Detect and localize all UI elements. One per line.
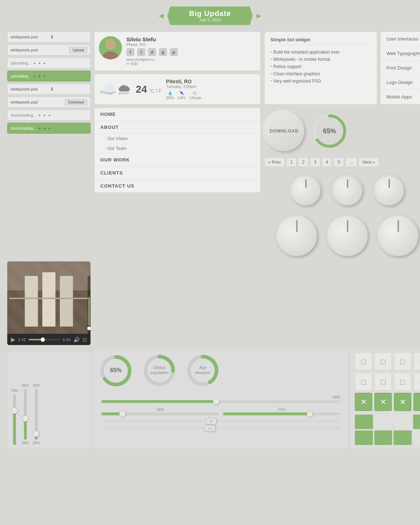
toggle-2-thumb[interactable]: [205, 425, 215, 432]
nav-home[interactable]: HOME: [94, 108, 260, 121]
page-4-button[interactable]: 4: [322, 158, 332, 167]
page-1-button[interactable]: 1: [286, 158, 297, 167]
knob-6[interactable]: [378, 216, 418, 256]
cat-mobile-apps[interactable]: Mobile Apps: [381, 90, 420, 104]
page-2-button[interactable]: 2: [298, 158, 308, 167]
ribbon-6: [374, 430, 392, 445]
weather-rain: 🌂 14%: [178, 91, 186, 100]
download-icon-1[interactable]: ⬇: [50, 86, 87, 92]
play-button[interactable]: ▶: [11, 336, 15, 343]
upload-label-green: uploading...: [10, 74, 31, 78]
cat-print-design[interactable]: Print Design: [381, 61, 420, 75]
cat-web-typography[interactable]: Web Typography: [381, 46, 420, 61]
middle-column: Silviu Stefu Phesti, RO f t d g p www.pi…: [94, 32, 261, 258]
donut-2: Globalpopulation: [141, 352, 177, 391]
nav-clients[interactable]: CLIENTS: [94, 167, 260, 180]
seek-thumb[interactable]: [41, 337, 45, 342]
v-slider-track-2[interactable]: [24, 389, 27, 440]
v-slider-wrap-3: 18% 18%: [33, 383, 40, 445]
h-slider-2-thumb[interactable]: [119, 411, 126, 417]
next-page-button[interactable]: Next »: [358, 158, 379, 167]
icon-cell-8: ◻: [413, 373, 420, 391]
list-item-1: Build the smartest application ever: [270, 49, 371, 56]
weather-stats: 💧 35% 🌂 14% 💨 12mph: [166, 91, 202, 100]
fullscreen-icon[interactable]: ⊡: [83, 337, 87, 343]
edit-profile-button[interactable]: ✏ Edit: [126, 62, 178, 66]
googleplus-icon[interactable]: g: [159, 48, 167, 56]
nav-our-work[interactable]: OUR WORK: [94, 154, 260, 167]
ribbon-2: [373, 415, 394, 429]
ribbon-8: [413, 430, 420, 445]
h-slider-2[interactable]: [101, 412, 219, 415]
dribbble-icon[interactable]: d: [148, 48, 156, 56]
knob-wrap-3: [372, 173, 407, 208]
nav-contact[interactable]: CONTACT US: [94, 180, 260, 193]
nav-our-vision[interactable]: Our Vision: [94, 134, 260, 144]
ribbon-4: [413, 415, 420, 429]
upload-progress-green: uploading... ● ● ●: [7, 71, 91, 81]
icon-grid-section: ◻ ◻ ◻ ◻ ◻ ◻ ◻ ◻ ✕ ✕ ✕ +: [351, 349, 420, 449]
page-5-button[interactable]: 5: [333, 158, 344, 167]
profile-card: Silviu Stefu Phesti, RO f t d g p www.pi…: [94, 32, 261, 71]
toggle-slider-wrap: [101, 420, 340, 423]
donuts-sliders-section: 65% Globalpopulation Agestructure: [94, 349, 348, 449]
knob-5[interactable]: [328, 216, 368, 256]
v-slider-track-1[interactable]: [13, 394, 16, 445]
knob-3[interactable]: [375, 176, 404, 205]
ribbon-grid: [355, 415, 420, 445]
knob-dot-ring-3: [372, 173, 407, 208]
knob-2[interactable]: [333, 176, 362, 205]
knob-dot-ring-4: [275, 214, 319, 258]
download-button[interactable]: Download: [65, 99, 87, 105]
banner-subtitle: July 5, 2013: [189, 18, 231, 22]
toggle-2-wrap: [101, 427, 340, 430]
nav-our-team[interactable]: Our Team: [94, 144, 260, 154]
h-slider-1-thumb[interactable]: [213, 398, 219, 405]
page-3-button[interactable]: 3: [310, 158, 320, 167]
knob-wrap-5: [326, 214, 369, 258]
v-slider-thumb-3[interactable]: [33, 430, 39, 437]
pinterest-icon[interactable]: p: [170, 48, 178, 56]
v-slider-wrap-1: 74%: [11, 389, 18, 445]
h-slider-3[interactable]: [223, 412, 340, 415]
knob-dot-ring-2: [331, 173, 365, 208]
list-widget: Simple list widget Build the smartest ap…: [264, 32, 377, 105]
nav-about[interactable]: ABOUT: [94, 121, 260, 134]
knob-4[interactable]: [277, 216, 317, 256]
donut-3: Agestructure: [185, 352, 221, 391]
toggle-thumb[interactable]: [206, 418, 217, 424]
h-slider-3-wrap: 74%: [223, 407, 340, 415]
toggle-2-slider[interactable]: [101, 427, 340, 430]
h-slider-1[interactable]: [101, 400, 340, 403]
v-slider-label-2b: 48%: [22, 441, 29, 445]
upload-button[interactable]: Upload: [69, 47, 87, 53]
facebook-icon[interactable]: f: [126, 48, 134, 56]
twitter-icon[interactable]: t: [137, 48, 145, 56]
video-player: ▶ 2.41 6.54 🔊 ⊡: [7, 261, 91, 345]
knob-1[interactable]: [291, 176, 320, 205]
list-widget-title: Simple list widget: [270, 37, 371, 45]
download-circle-button[interactable]: DOWNLOAD: [264, 111, 304, 151]
icon-cell-10-green: ✕: [374, 393, 392, 411]
knobs-row-1: [264, 170, 420, 211]
upload-icon-1[interactable]: ⬆: [50, 34, 87, 40]
toggle-slider[interactable]: [101, 420, 340, 423]
v-slider-thumb-1[interactable]: [11, 407, 18, 414]
volume-bar[interactable]: [88, 276, 91, 334]
nav-menu: HOME ABOUT Our Vision Our Team OUR WORK …: [94, 108, 261, 193]
cat-logo-design[interactable]: Logo Design: [381, 75, 420, 90]
v-slider-track-3[interactable]: [35, 389, 38, 440]
h-slider-3-thumb[interactable]: [307, 411, 313, 417]
avatar: [99, 36, 122, 59]
ribbon-3: [392, 415, 413, 429]
banner-arrow-left-icon: ◄: [157, 11, 165, 21]
volume-icon[interactable]: 🔊: [74, 337, 80, 343]
download-label-green: downloading...: [10, 126, 36, 130]
prev-page-button[interactable]: « Prev: [264, 158, 285, 167]
seek-bar[interactable]: [29, 339, 60, 340]
icon-cell-7: ◻: [394, 373, 411, 391]
profile-location: Phesti, RO: [126, 42, 178, 47]
h-slider-2-label: 18%: [101, 407, 219, 412]
cat-user-interfaces[interactable]: User Interfaces: [381, 32, 420, 46]
v-slider-thumb-2[interactable]: [22, 415, 29, 422]
